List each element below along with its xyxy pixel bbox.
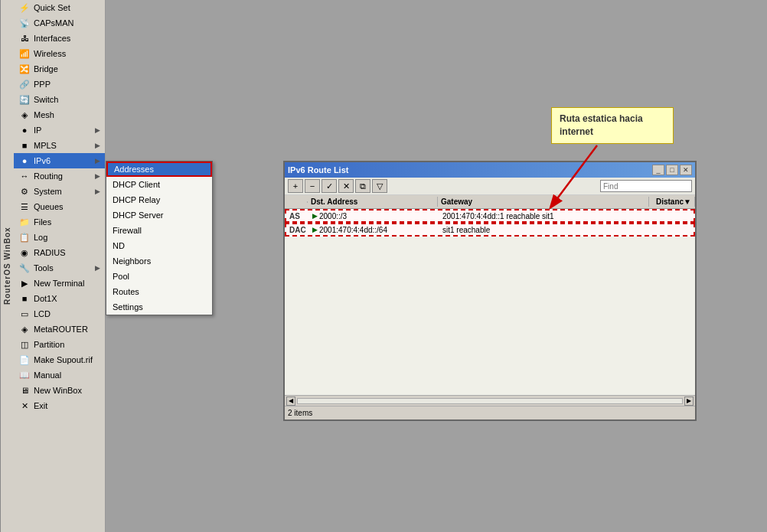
sidebar-item-ip[interactable]: ●IP▶	[14, 122, 105, 138]
submenu-item-dhcp-client[interactable]: DHCP Client	[106, 177, 212, 192]
minimize-button[interactable]: _	[652, 165, 664, 175]
sidebar-label-dot1x: Dot1X	[34, 294, 57, 303]
cell-flag: AS	[286, 211, 309, 221]
sidebar-item-partition[interactable]: ◫Partition	[14, 337, 105, 352]
check-button[interactable]: ✓	[321, 179, 337, 193]
window-controls: _ □ ✕	[652, 165, 692, 175]
sidebar-item-new-terminal[interactable]: ▶New Terminal	[14, 276, 105, 291]
sidebar-item-new-winbox[interactable]: 🖥New WinBox	[14, 383, 105, 398]
submenu-item-dhcp-server[interactable]: DHCP Server	[106, 207, 212, 223]
clear-button[interactable]: ✕	[338, 179, 354, 193]
sidebar-item-files[interactable]: 📁Files	[14, 214, 105, 230]
sidebar-item-ipv6[interactable]: ●IPv6▶	[14, 153, 105, 168]
sidebar-item-interfaces[interactable]: 🖧Interfaces	[14, 31, 105, 46]
col-dst[interactable]: Dst. Address	[308, 197, 438, 207]
sidebar-item-routing[interactable]: ↔Routing▶	[14, 168, 105, 184]
search-input[interactable]	[600, 180, 692, 192]
ipv6-submenu: AddressesDHCP ClientDHCP RelayDHCP Serve…	[106, 161, 213, 315]
sidebar-label-system: System	[34, 187, 62, 196]
manual-icon: 📖	[18, 369, 31, 381]
filter-button[interactable]: ▽	[372, 179, 387, 193]
col-flags[interactable]	[285, 201, 308, 203]
sidebar-item-dot1x[interactable]: ■Dot1X	[14, 291, 105, 306]
sidebar-item-exit[interactable]: ✕Exit	[14, 398, 105, 413]
table-header: Dst. Address Gateway Distanc▼	[285, 195, 695, 209]
route-list-window: IPv6 Route List _ □ ✕ + − ✓ ✕ ⧉ ▽ Dst. A…	[283, 161, 697, 421]
new-terminal-icon: ▶	[18, 277, 31, 289]
sidebar-label-ipv6: IPv6	[34, 156, 51, 165]
maximize-button[interactable]: □	[666, 165, 678, 175]
sidebar-label-capsman: CAPsMAN	[34, 18, 74, 28]
sidebar-item-radius[interactable]: ◉RADIUS	[14, 245, 105, 260]
scrollbar[interactable]: ◀ ▶	[285, 395, 695, 406]
remove-button[interactable]: −	[305, 179, 320, 193]
sidebar-label-metarouter: MetaROUTER	[34, 325, 88, 334]
interfaces-icon: 🖧	[18, 32, 31, 44]
col-gateway[interactable]: Gateway	[438, 197, 649, 207]
submenu-item-firewall[interactable]: Firewall	[106, 223, 212, 238]
col-distance[interactable]: Distanc▼	[649, 197, 695, 207]
sidebar-item-wireless[interactable]: 📶Wireless	[14, 46, 105, 61]
tools-icon: 🔧	[18, 262, 31, 274]
submenu-item-routes[interactable]: Routes	[106, 284, 212, 299]
table-row[interactable]: AS▶2000::/32001:470:4:4dd::1 reachable s…	[285, 209, 695, 223]
wireless-icon: 📶	[18, 47, 31, 60]
sidebar-item-system[interactable]: ⚙System▶	[14, 184, 105, 199]
new-winbox-icon: 🖥	[18, 384, 31, 397]
arrow-icon: ▶	[95, 172, 100, 180]
close-button[interactable]: ✕	[680, 165, 692, 175]
sidebar-item-capsman[interactable]: 📡CAPsMAN	[14, 15, 105, 31]
sidebar-item-log[interactable]: 📋Log	[14, 230, 105, 245]
sidebar-item-make-supout[interactable]: 📄Make Supout.rif	[14, 352, 105, 367]
sidebar-item-queues[interactable]: ☰Queues	[14, 199, 105, 214]
mpls-icon: ■	[18, 139, 31, 152]
sidebar-label-mesh: Mesh	[34, 110, 54, 119]
arrow-icon: ▶	[95, 188, 100, 195]
sidebar-label-switch: Switch	[34, 95, 58, 104]
submenu-item-pool[interactable]: Pool	[106, 269, 212, 284]
arrow-icon: ▶	[95, 126, 100, 134]
sidebar-item-manual[interactable]: 📖Manual	[14, 367, 105, 383]
scroll-right[interactable]: ▶	[684, 397, 694, 406]
scrollbar-track[interactable]	[297, 398, 683, 404]
status-bar: 2 items	[285, 406, 695, 419]
make-supout-icon: 📄	[18, 354, 31, 366]
table-body: AS▶2000::/32001:470:4:4dd::1 reachable s…	[285, 209, 695, 237]
sidebar-label-wireless: Wireless	[34, 49, 66, 58]
sidebar-item-lcd[interactable]: ▭LCD	[14, 306, 105, 321]
arrow-icon: ▶	[95, 264, 100, 272]
quick-set-icon: ⚡	[18, 2, 31, 14]
capsman-icon: 📡	[18, 17, 31, 29]
sidebar-item-metarouter[interactable]: ◈MetaROUTER	[14, 321, 105, 337]
submenu-item-addresses[interactable]: Addresses	[106, 162, 212, 177]
copy-button[interactable]: ⧉	[355, 179, 370, 193]
sidebar-label-ip: IP	[34, 126, 41, 135]
submenu-item-neighbors[interactable]: Neighbors	[106, 253, 212, 269]
window-toolbar: + − ✓ ✕ ⧉ ▽	[285, 178, 695, 195]
cell-flag: DAC	[286, 225, 309, 235]
left-nav-panel: ⚡Quick Set📡CAPsMAN🖧Interfaces📶Wireless🔀B…	[14, 0, 106, 532]
add-button[interactable]: +	[288, 179, 303, 193]
sidebar-label-lcd: LCD	[34, 309, 51, 318]
sidebar-label-partition: Partition	[34, 340, 64, 349]
sidebar-label-exit: Exit	[34, 401, 47, 410]
sidebar-item-bridge[interactable]: 🔀Bridge	[14, 61, 105, 77]
submenu-item-nd[interactable]: ND	[106, 238, 212, 253]
cell-dst: ▶2000::/3	[309, 211, 439, 221]
sidebar-label-tools: Tools	[34, 263, 54, 273]
sidebar-item-tools[interactable]: 🔧Tools▶	[14, 260, 105, 276]
sidebar-label-log: Log	[34, 233, 47, 242]
sidebar-item-ppp[interactable]: 🔗PPP	[14, 77, 105, 92]
arrow-icon: ▶	[95, 142, 100, 149]
sidebar-item-mpls[interactable]: ■MPLS▶	[14, 138, 105, 153]
sidebar-item-mesh[interactable]: ◈Mesh	[14, 107, 105, 122]
sidebar-item-switch[interactable]: 🔄Switch	[14, 92, 105, 107]
sidebar-label-bridge: Bridge	[34, 64, 58, 73]
sidebar-item-quick-set[interactable]: ⚡Quick Set	[14, 0, 105, 15]
submenu-item-dhcp-relay[interactable]: DHCP Relay	[106, 192, 212, 207]
sidebar-label-queues: Queues	[34, 202, 64, 211]
switch-icon: 🔄	[18, 93, 31, 106]
scroll-left[interactable]: ◀	[286, 397, 295, 406]
table-row[interactable]: DAC▶2001:470:4:4dd::/64sit1 reachable	[285, 223, 695, 237]
submenu-item-settings[interactable]: Settings	[106, 299, 212, 315]
